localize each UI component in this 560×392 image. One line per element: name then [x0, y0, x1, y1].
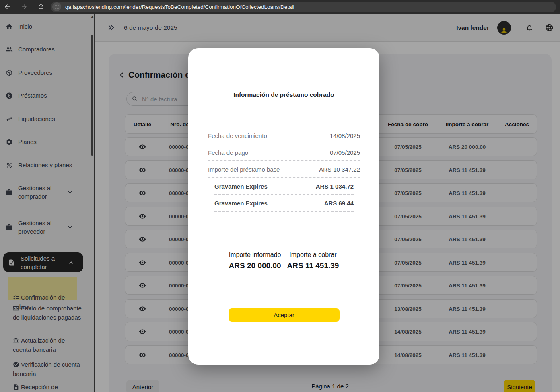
site-settings-icon[interactable]	[52, 2, 61, 11]
row-label: Gravamen Expires	[214, 200, 268, 207]
browser-back-icon[interactable]	[2, 1, 13, 12]
modal-row-gravamen-2: Gravamen Expires ARS 69.44	[214, 195, 354, 212]
modal-title: Información de préstamo cobrado	[188, 91, 379, 99]
total-label: Importe a cobrar	[287, 251, 339, 259]
browser-bar: qa.lapachoslending.com/lender/RequestsTo…	[0, 0, 560, 14]
row-label: Fecha de vencimiento	[208, 132, 267, 139]
browser-forward-icon[interactable]	[19, 1, 30, 12]
row-value: ARS 10 347.22	[319, 166, 360, 173]
total-importe-a-cobrar: Importe a cobrar ARS 11 451.39	[287, 251, 339, 270]
row-value: ARS 69.44	[324, 200, 354, 207]
browser-refresh-icon[interactable]	[35, 1, 47, 12]
row-value: 07/05/2025	[330, 149, 360, 156]
modal-row-fecha-vencimiento: Fecha de vencimiento 14/08/2025	[208, 127, 360, 144]
row-label: Gravamen Expires	[214, 183, 268, 190]
row-value: 14/08/2025	[330, 132, 360, 139]
loan-info-modal: Información de préstamo cobrado Fecha de…	[188, 48, 379, 365]
accept-button[interactable]: Aceptar	[229, 308, 340, 322]
total-importe-informado: Importe informado ARS 20 000.00	[229, 251, 281, 270]
total-value: ARS 11 451.39	[287, 261, 339, 270]
modal-totals: Importe informado ARS 20 000.00 Importe …	[188, 251, 379, 270]
row-value: ARS 1 034.72	[316, 183, 354, 190]
row-label: Fecha de pago	[208, 149, 248, 156]
modal-row-fecha-pago: Fecha de pago 07/05/2025	[208, 144, 360, 161]
url-text: qa.lapachoslending.com/lender/RequestsTo…	[65, 4, 294, 10]
address-bar[interactable]: qa.lapachoslending.com/lender/RequestsTo…	[51, 2, 556, 12]
modal-row-importe-base: Importe del préstamo base ARS 10 347.22	[208, 161, 360, 178]
total-label: Importe informado	[229, 251, 281, 259]
modal-row-gravamen-1: Gravamen Expires ARS 1 034.72	[214, 178, 354, 195]
total-value: ARS 20 000.00	[229, 261, 281, 270]
modal-detail-rows: Fecha de vencimiento 14/08/2025 Fecha de…	[208, 127, 360, 212]
row-label: Importe del préstamo base	[208, 166, 280, 173]
